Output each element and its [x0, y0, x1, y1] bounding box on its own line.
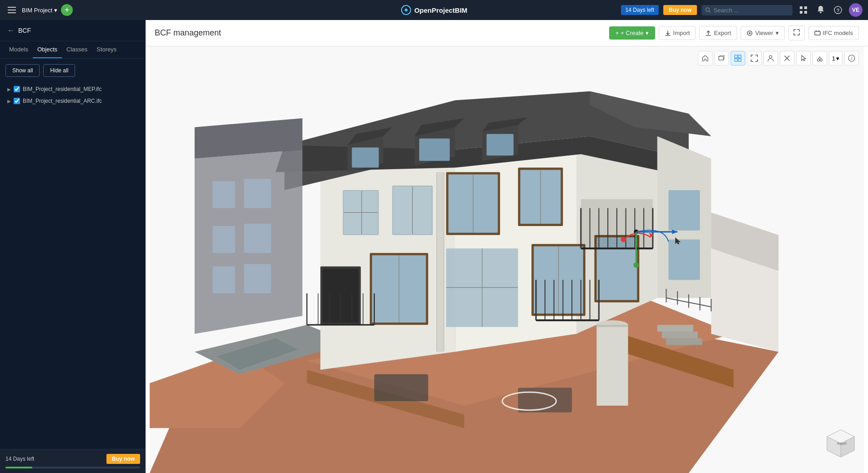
- main-layout: ← BCF Models Objects Classes Storeys Sho…: [0, 20, 868, 473]
- avatar[interactable]: VE: [849, 3, 863, 17]
- navbar-right: 14 Days left Buy now ? VE: [621, 3, 863, 17]
- logo-icon: [401, 5, 412, 15]
- ifc-models-button[interactable]: IFC models: [808, 26, 859, 40]
- select-button[interactable]: [796, 51, 811, 65]
- notification-icon[interactable]: [814, 4, 827, 16]
- add-project-button[interactable]: +: [61, 4, 73, 16]
- clipping-button[interactable]: [780, 51, 794, 65]
- hide-all-button[interactable]: Hide all: [43, 64, 75, 77]
- navbar-logo: OpenProjectBIM: [401, 5, 468, 15]
- svg-rect-10: [820, 12, 822, 13]
- svg-rect-18: [738, 55, 741, 58]
- model-arc-checkbox[interactable]: [14, 98, 20, 104]
- home-view-button[interactable]: [698, 51, 712, 65]
- footer-trial: 14 Days left Buy now: [5, 454, 140, 464]
- svg-rect-16: [719, 56, 723, 60]
- create-button[interactable]: + + Create ▾: [609, 26, 655, 40]
- footer-progress-fill: [5, 467, 32, 468]
- grid-view-button[interactable]: [731, 51, 745, 65]
- tab-models[interactable]: Models: [5, 41, 33, 58]
- cut-button[interactable]: [812, 51, 827, 65]
- topbar-actions: + + Create ▾ Import Export Viewer ▾: [609, 25, 859, 40]
- tree-expand-icon-mep: ▶: [7, 87, 11, 92]
- svg-rect-8: [800, 11, 802, 14]
- project-selector[interactable]: BIM Project ▾: [22, 7, 57, 14]
- svg-point-21: [769, 55, 772, 58]
- svg-rect-7: [804, 6, 807, 9]
- home-icon: [701, 55, 709, 62]
- svg-rect-20: [738, 59, 741, 61]
- svg-rect-114: [212, 226, 235, 253]
- info-icon: i: [848, 55, 855, 62]
- buy-now-button[interactable]: Buy now: [663, 5, 697, 15]
- sidebar: ← BCF Models Objects Classes Storeys Sho…: [0, 20, 146, 473]
- cursor-icon: [800, 55, 807, 62]
- grid-view-icon: [734, 55, 742, 62]
- section-box-icon: [718, 55, 725, 62]
- top-navbar: BIM Project ▾ + OpenProjectBIM 14 Days l…: [0, 0, 868, 20]
- person-view-button[interactable]: [763, 51, 778, 65]
- section-box-button[interactable]: [714, 51, 729, 65]
- nav-cube[interactable]: RIGHT: [823, 418, 859, 455]
- svg-rect-1: [8, 10, 16, 10]
- tree-expand-icon-arc: ▶: [7, 99, 11, 104]
- level-selector[interactable]: 1 ▾: [829, 51, 843, 65]
- svg-rect-117: [244, 264, 271, 293]
- svg-rect-9: [804, 11, 807, 14]
- export-button[interactable]: Export: [699, 26, 737, 40]
- footer-buy-button[interactable]: Buy now: [106, 454, 140, 464]
- search-box[interactable]: [701, 5, 792, 15]
- help-icon[interactable]: ?: [832, 4, 844, 16]
- svg-point-23: [820, 59, 822, 61]
- navbar-left: BIM Project ▾ +: [5, 4, 73, 16]
- model-mep-checkbox[interactable]: [14, 86, 20, 92]
- svg-line-5: [709, 11, 711, 12]
- fit-view-button[interactable]: [747, 51, 762, 65]
- tab-classes[interactable]: Classes: [62, 41, 92, 58]
- hamburger-icon[interactable]: [5, 4, 18, 16]
- svg-rect-45: [419, 138, 449, 161]
- show-all-button[interactable]: Show all: [5, 64, 40, 77]
- svg-rect-42: [352, 147, 378, 167]
- level-label: 1: [832, 55, 835, 62]
- svg-rect-112: [212, 181, 235, 208]
- svg-rect-6: [800, 6, 802, 9]
- level-dropdown-icon: ▾: [836, 55, 839, 62]
- ifc-models-label: IFC models: [823, 30, 853, 36]
- model-arc-item[interactable]: ▶ BIM_Project_residential_ARC.ifc: [5, 95, 140, 107]
- svg-text:?: ?: [837, 8, 840, 13]
- svg-rect-113: [244, 179, 271, 208]
- model-mep-item[interactable]: ▶ BIM_Project_residential_MEP.ifc: [5, 83, 140, 95]
- search-input[interactable]: [714, 7, 789, 14]
- viewer-toolbar: 1 ▾ i: [698, 51, 859, 65]
- sidebar-back-button[interactable]: ←: [7, 26, 15, 35]
- import-button[interactable]: Import: [659, 26, 696, 40]
- scissors-icon: [816, 55, 823, 62]
- import-label: Import: [673, 30, 690, 36]
- info-button[interactable]: i: [844, 51, 859, 65]
- trial-badge: 14 Days left: [621, 5, 659, 15]
- ifc-icon: [814, 30, 821, 36]
- viewer-dropdown-icon: ▾: [776, 30, 779, 36]
- svg-rect-19: [735, 59, 737, 61]
- svg-rect-115: [244, 224, 271, 253]
- expand-button[interactable]: [788, 25, 805, 40]
- viewer-button[interactable]: Viewer ▾: [741, 26, 785, 40]
- apps-grid-icon[interactable]: [797, 4, 810, 16]
- tab-storeys[interactable]: Storeys: [92, 41, 121, 58]
- svg-rect-132: [666, 338, 702, 345]
- svg-rect-106: [668, 190, 700, 231]
- svg-rect-2: [8, 12, 16, 13]
- export-icon: [705, 30, 712, 36]
- svg-rect-107: [668, 240, 700, 280]
- sidebar-content: Show all Hide all ▶ BIM_Project_resident…: [0, 59, 146, 449]
- svg-rect-48: [487, 134, 514, 156]
- sidebar-footer: 14 Days left Buy now: [0, 449, 146, 473]
- svg-rect-128: [596, 325, 628, 406]
- sidebar-section-title: BCF: [18, 27, 31, 34]
- svg-rect-116: [212, 267, 235, 293]
- topbar: BCF management + + Create ▾ Import Expor…: [146, 20, 868, 46]
- main-content: BCF management + + Create ▾ Import Expor…: [146, 20, 868, 473]
- viewer-label: Viewer: [755, 30, 773, 36]
- tab-objects[interactable]: Objects: [33, 41, 62, 58]
